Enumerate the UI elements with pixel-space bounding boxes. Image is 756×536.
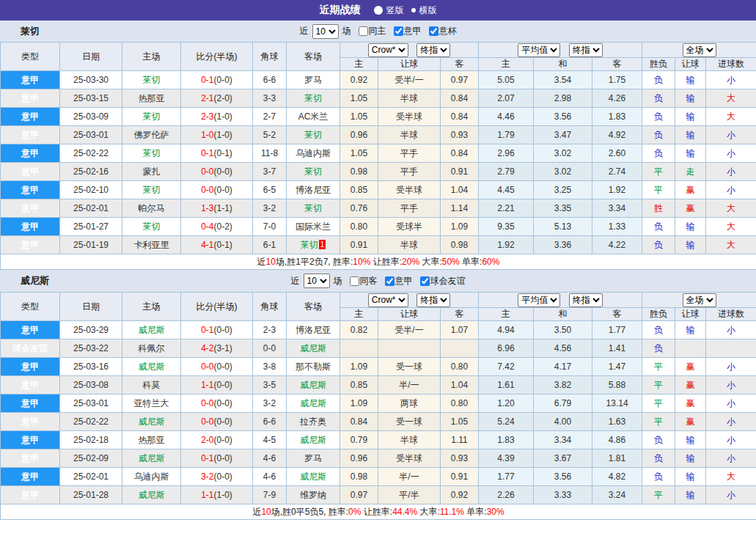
away-team-cell: 威尼斯 [287,468,340,486]
league-type-cell: 意甲 [1,358,60,376]
horizontal-layout-radio[interactable]: 横版 [411,4,437,17]
bookmaker-select[interactable]: Crow* [368,43,408,57]
recent-games-select[interactable]: 10 [304,273,330,288]
filter-serie-a[interactable]: 意甲 [380,275,413,287]
handicap-result-cell: 输 [675,468,706,486]
handicap-home-odds-cell: 0.92 [340,71,378,89]
euro-draw-odds-cell: 3.67 [534,449,592,468]
club-friendly-checkbox[interactable] [420,276,430,286]
result-cell: 负 [642,108,675,126]
sub-header-goals: 进球数 [706,308,756,321]
sub-header-home-odds: 主 [340,58,378,71]
vertical-layout-radio[interactable]: 竖版 [374,4,404,17]
euro-home-odds-cell: 1.61 [479,376,534,394]
handicap-away-odds-cell: 1.07 [441,321,479,339]
handicap-result-cell: 输 [675,449,706,468]
filter-serie-a[interactable]: 意甲 [389,25,422,37]
date-cell: 25-02-10 [60,181,122,199]
corner-cell: 5-2 [253,126,287,144]
col-header-away: 客场 [287,293,340,321]
handicap-line-cell: 受半/一 [378,321,441,339]
final-odds-select[interactable]: 终指 [416,293,450,307]
away-team-cell: 莱切 [287,163,340,181]
filter-same-home[interactable]: 同主 [353,25,386,37]
euro-odds-header: 平均值 终指 [479,293,642,308]
full-time-score: 0-0 [201,185,213,195]
home-team-name: 帕尔马 [139,203,165,213]
date-cell: 25-02-18 [60,431,122,449]
same-away-checkbox[interactable] [350,276,359,286]
full-time-score: 3-2 [201,471,213,482]
home-team-cell: 莱切 [122,181,181,199]
handicap-home-odds-cell: 0.84 [340,413,378,431]
euro-away-odds-cell: 4.82 [592,468,642,486]
euro-draw-odds-cell: 3.02 [534,144,592,163]
average-odds-select[interactable]: 平均值 [518,43,560,57]
home-team-cell: 科佩尔 [122,339,181,358]
scope-select[interactable]: 全场 [683,293,716,307]
result-cell: 平 [642,181,675,199]
italy-cup-checkbox[interactable] [429,26,438,36]
serie-a-checkbox[interactable] [394,26,403,36]
full-time-score: 0-1 [201,148,213,158]
handicap-line-cell: 受半球 [378,449,441,468]
bookmaker-select[interactable]: Crow* [368,293,408,307]
near-label: 近 [291,275,300,287]
summary-text: 让胜率: [370,257,402,267]
league-type-cell: 意甲 [1,163,60,181]
league-type-cell: 意甲 [1,199,60,218]
sub-header-goals: 进球数 [706,58,756,71]
league-type-cell: 意甲 [1,236,60,254]
serie-a-checkbox[interactable] [385,276,394,286]
filter-same-away[interactable]: 同客 [345,275,378,287]
handicap-line-cell: 平/半 [378,486,441,504]
home-team-cell: 帕尔马 [122,199,181,218]
handicap-home-odds-cell: 0.98 [340,163,378,181]
summary-text: 大率: [419,257,442,267]
home-team-cell: 威尼斯 [122,486,181,504]
score-cell: 1-1(0-0) [181,376,253,394]
away-team-cell: 威尼斯 [287,376,340,394]
half-time-score: (0-0) [214,471,232,482]
average-odds-select[interactable]: 平均值 [518,293,560,307]
away-team-cell: 博洛尼亚 [287,181,340,199]
recent-games-select[interactable]: 10 [312,24,339,39]
final-odds-select-2[interactable]: 终指 [569,293,603,307]
handicap-result-cell: 输 [675,486,706,504]
handicap-home-odds-cell: 0.96 [340,126,378,144]
euro-away-odds-cell: 2.60 [592,144,642,163]
handicap-away-odds-cell: 0.84 [441,144,479,163]
handicap-odds-header: Crow* 终指 [340,293,479,308]
corner-cell: 3-2 [253,394,287,413]
goals-result-cell: 小 [706,431,756,449]
league-type-cell: 意甲 [1,376,60,394]
sub-header-euro-home: 主 [479,308,534,321]
sub-header-home-odds: 主 [340,308,378,321]
summary-line: 近10场,胜0平5负5, 胜率:0% 让胜率:44.4% 大率:11.1% 单率… [1,504,756,520]
filter-italy-cup[interactable]: 意杯 [424,25,457,37]
away-team-name: 威尼斯 [300,435,326,445]
half-time-score: (0-0) [214,416,232,427]
handicap-result-cell: 输 [675,321,706,339]
filter-club-friendly[interactable]: 球会友谊 [415,275,466,287]
home-team-cell: 亚特兰大 [122,394,181,413]
sub-header-result: 胜负 [642,308,675,321]
corner-cell: 6-6 [253,71,287,89]
away-team-name: 威尼斯 [300,343,326,353]
away-team-cell: 莱切 [287,89,340,108]
scope-select[interactable]: 全场 [683,43,716,57]
col-header-home: 主场 [122,293,181,321]
euro-draw-odds-cell: 4.56 [534,339,592,358]
date-cell: 25-03-16 [60,358,122,376]
euro-away-odds-cell: 13.14 [592,394,642,413]
half-time-score: (0-0) [214,453,232,463]
euro-draw-odds-cell: 3.02 [534,163,592,181]
euro-home-odds-cell: 7.42 [479,358,534,376]
same-home-checkbox[interactable] [359,26,368,36]
final-odds-select[interactable]: 终指 [416,43,450,57]
final-odds-select-2[interactable]: 终指 [569,43,603,57]
league-type-cell: 意甲 [1,449,60,468]
handicap-result-cell: 输 [675,144,706,163]
filter-controls: 近 10 场 同主 意甲 意杯 [300,24,457,39]
league-type-cell: 意甲 [1,321,60,339]
